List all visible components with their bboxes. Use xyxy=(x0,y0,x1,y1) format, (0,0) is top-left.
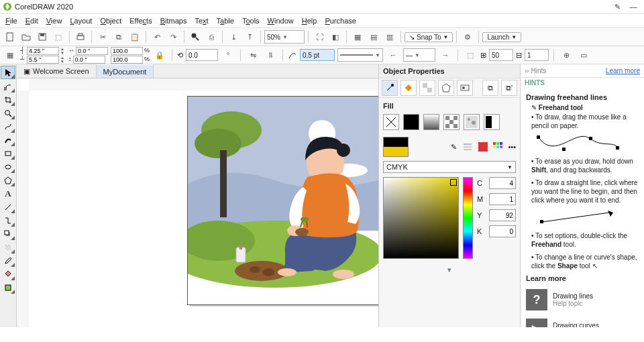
snap-to-button[interactable]: ↘ Snap To ▼ xyxy=(405,32,453,42)
minimize-button[interactable]: — xyxy=(625,3,641,11)
pick-tool[interactable] xyxy=(1,66,15,79)
zoom-combo[interactable]: 50%▼ xyxy=(264,30,305,44)
width-input[interactable] xyxy=(76,47,108,55)
artistic-media-tool[interactable] xyxy=(1,134,15,146)
zoom-tool[interactable] xyxy=(1,107,15,119)
menu-view[interactable]: View xyxy=(42,15,66,26)
interactive-fill-tool[interactable] xyxy=(1,268,15,280)
mid-arrow-combo[interactable]: —▼ xyxy=(403,48,435,62)
bbox-button[interactable]: ▭ xyxy=(576,48,591,62)
menu-tools[interactable]: Tools xyxy=(238,15,264,26)
postscript-fill-button[interactable] xyxy=(484,114,500,130)
close-curve-button[interactable]: ⊕ xyxy=(559,48,574,62)
undo-button[interactable]: ↶ xyxy=(150,30,164,44)
options-button[interactable]: ⚙ xyxy=(460,30,475,44)
import-button[interactable]: ⤓ xyxy=(226,30,241,44)
hue-slider[interactable] xyxy=(463,177,473,259)
page[interactable] xyxy=(187,96,378,305)
height-input[interactable] xyxy=(73,56,105,64)
rotate-input-lock[interactable]: ° xyxy=(221,48,235,62)
learn-more-link[interactable]: Learn more xyxy=(606,67,640,74)
new-button[interactable] xyxy=(3,30,17,44)
open-button[interactable] xyxy=(19,30,34,44)
copy-button[interactable]: ⧉ xyxy=(111,30,126,44)
vertical-ruler[interactable] xyxy=(17,91,30,327)
pattern-fill-button[interactable] xyxy=(443,114,460,130)
horizontal-ruler[interactable] xyxy=(29,78,378,91)
copy-props-button[interactable]: ⧉ xyxy=(482,80,498,96)
feedback-icon[interactable]: ✎ xyxy=(609,3,625,11)
menu-edit[interactable]: Edit xyxy=(21,15,42,26)
color-sliders-icon[interactable] xyxy=(462,142,473,152)
learn-item-1[interactable]: ? Drawing linesHelp topic xyxy=(526,285,639,315)
parallel-dimension-tool[interactable] xyxy=(1,201,15,213)
more-options-icon[interactable]: ••• xyxy=(508,143,516,151)
menu-layout[interactable]: Layout xyxy=(66,15,96,26)
cut-button[interactable]: ✂ xyxy=(95,30,110,44)
detail-tab[interactable] xyxy=(438,80,454,96)
menu-effects[interactable]: Effects xyxy=(125,15,156,26)
learn-item-2[interactable]: ▶ Drawing curvesVideo xyxy=(526,315,639,327)
cloud-button[interactable]: ⬚ xyxy=(51,30,66,44)
drop-shadow-tool[interactable] xyxy=(1,228,15,240)
menu-table[interactable]: Table xyxy=(213,15,238,26)
no-fill-button[interactable] xyxy=(383,114,399,130)
current-color-swatch[interactable] xyxy=(383,137,409,157)
search-button[interactable] xyxy=(188,30,203,44)
print-button[interactable] xyxy=(73,30,88,44)
guidelines-button[interactable]: ▥ xyxy=(382,30,397,44)
grid-button[interactable]: ▤ xyxy=(366,30,381,44)
tab-mydocument[interactable]: MyDocument xyxy=(97,64,154,78)
line-style-combo[interactable]: ▼ xyxy=(337,48,383,62)
x-input[interactable] xyxy=(27,47,59,55)
redo-button[interactable]: ↷ xyxy=(166,30,180,44)
menu-object[interactable]: Object xyxy=(96,15,125,26)
yellow-input[interactable] xyxy=(489,209,516,221)
mirror-h-button[interactable]: ⇋ xyxy=(246,48,260,62)
paste-props-button[interactable]: ⧉' xyxy=(501,80,517,96)
presets-button[interactable]: ▦ xyxy=(3,48,17,62)
transparency-tool[interactable] xyxy=(1,241,15,253)
cyan-input[interactable] xyxy=(489,177,516,189)
color-model-combo[interactable]: CMYK▼ xyxy=(383,161,516,173)
hints-tab-label[interactable]: Hints xyxy=(531,67,546,74)
ellipse-tool[interactable] xyxy=(1,161,15,173)
wrap-button[interactable]: ⬚ xyxy=(463,48,478,62)
texture-fill-button[interactable] xyxy=(464,114,480,130)
mirror-v-button[interactable]: ⥮ xyxy=(263,48,278,62)
y-input[interactable] xyxy=(27,56,59,64)
menu-purchase[interactable]: Purchase xyxy=(321,15,360,26)
tab-welcome[interactable]: ▣ Welcome Screen xyxy=(17,64,97,78)
preview-button[interactable]: ◧ xyxy=(328,30,343,44)
eyedropper-tool[interactable] xyxy=(1,255,15,267)
menu-file[interactable]: File xyxy=(1,15,21,26)
menu-text[interactable]: Text xyxy=(191,15,212,26)
summary-tab[interactable] xyxy=(457,80,473,96)
export-button[interactable]: ⤒ xyxy=(242,30,257,44)
connector-tool[interactable] xyxy=(1,215,15,227)
scale-y-input[interactable] xyxy=(111,56,143,64)
freehand-tool[interactable] xyxy=(1,121,15,133)
scale-x-input[interactable] xyxy=(111,47,143,55)
outline-tab[interactable] xyxy=(382,80,398,96)
transparency-tab[interactable] xyxy=(419,80,435,96)
shape-tool[interactable] xyxy=(1,80,15,93)
fountain-fill-button[interactable] xyxy=(423,114,439,130)
launch-button[interactable]: Launch ▼ xyxy=(482,32,521,42)
expand-icon[interactable]: ▾ xyxy=(383,263,516,277)
lock-ratio-button[interactable]: 🔒 xyxy=(152,48,167,62)
menu-help[interactable]: Help xyxy=(298,15,321,26)
color-viewer-icon[interactable] xyxy=(478,142,488,152)
menu-bitmaps[interactable]: Bitmaps xyxy=(156,15,191,26)
fullscreen-button[interactable]: ⛶ xyxy=(312,30,327,44)
black-input[interactable] xyxy=(489,225,516,237)
polygon-tool[interactable] xyxy=(1,174,15,186)
uniform-fill-button[interactable] xyxy=(403,114,419,130)
magenta-input[interactable] xyxy=(489,193,516,205)
rows-input[interactable]: 50 xyxy=(489,49,513,61)
end-arrow-button[interactable]: → xyxy=(438,48,453,62)
start-arrow-button[interactable]: ← xyxy=(386,48,400,62)
fill-tab[interactable] xyxy=(400,80,417,96)
palette-icon[interactable] xyxy=(493,142,502,152)
pan-button[interactable]: ⎙ xyxy=(204,30,219,44)
